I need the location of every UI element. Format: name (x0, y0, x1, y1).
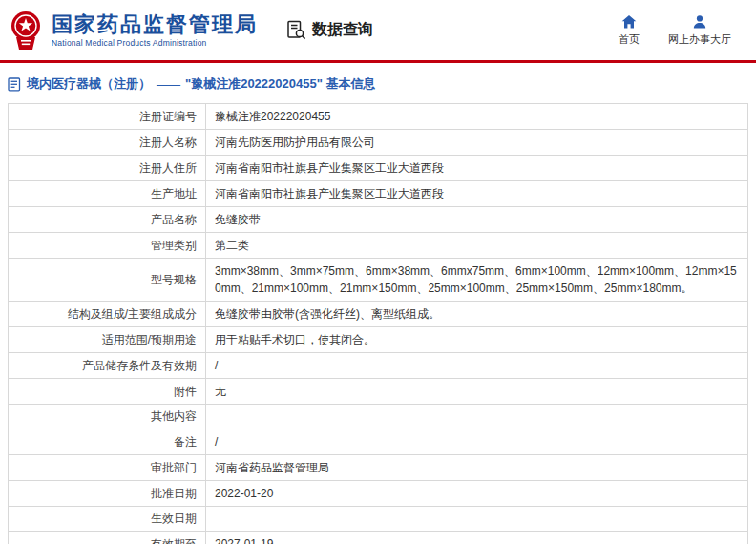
row-value (206, 507, 748, 532)
table-row: 附件无 (9, 379, 748, 405)
row-value: 2027-01-19 (206, 532, 748, 544)
table-row: 产品名称免缝胶带 (9, 207, 748, 233)
table-row: 其他内容 (9, 405, 748, 429)
row-label: 批准日期 (9, 481, 206, 507)
row-label: 型号规格 (9, 259, 206, 302)
table-row: 管理类别第二类 (9, 233, 748, 259)
nmpa-logo[interactable]: 国家药品监督管理局 National Medical Products Admi… (8, 10, 258, 51)
data-query-section[interactable]: 数据查询 (286, 20, 373, 40)
nav-item-label: 网上办事大厅 (668, 32, 731, 47)
breadcrumb-separator: —— (157, 77, 179, 92)
row-value: / (206, 429, 748, 455)
table-row: 批准日期2022-01-20 (9, 481, 748, 507)
row-label: 注册人名称 (9, 130, 206, 156)
row-label: 生产地址 (9, 181, 206, 207)
row-value: 河南先防医用防护用品有限公司 (206, 130, 748, 156)
table-row: 型号规格3mm×38mm、3mm×75mm、6mm×38mm、6mmx75mm、… (9, 259, 748, 302)
row-value: 河南省南阳市社旗县产业集聚区工业大道西段 (206, 181, 748, 207)
row-label: 注册人住所 (9, 156, 206, 181)
data-query-label: 数据查询 (312, 20, 373, 40)
table-row: 产品储存条件及有效期/ (9, 353, 748, 379)
agency-name-cn: 国家药品监督管理局 (52, 12, 258, 36)
breadcrumb-section: 境内医疗器械（注册） (27, 75, 151, 93)
row-label: 产品储存条件及有效期 (9, 353, 206, 379)
row-label: 附件 (9, 379, 206, 405)
row-value: 豫械注准20222020455 (206, 104, 748, 130)
row-value: 无 (206, 379, 748, 405)
breadcrumb: 境内医疗器械（注册） —— "豫械注准20222020455" 基本信息 (0, 63, 756, 103)
row-label: 适用范围/预期用途 (9, 327, 206, 353)
nav-item-label: 首页 (619, 32, 640, 47)
table-row: 生产地址河南省南阳市社旗县产业集聚区工业大道西段 (9, 181, 748, 207)
table-row: 结构及组成/主要组成成分免缝胶带由胶带(含强化纤丝)、离型纸组成。 (9, 302, 748, 327)
row-value: 河南省药品监督管理局 (206, 455, 748, 481)
nav-item-service-hall[interactable]: 网上办事大厅 (668, 14, 731, 47)
page-header: 国家药品监督管理局 National Medical Products Admi… (0, 0, 756, 60)
row-label: 结构及组成/主要组成成分 (9, 302, 206, 327)
national-emblem-icon (8, 10, 44, 51)
row-label: 管理类别 (9, 233, 206, 259)
top-nav: 首页 网上办事大厅 (619, 14, 741, 47)
person-icon (692, 14, 707, 30)
row-label: 注册证编号 (9, 104, 206, 130)
nav-item-home[interactable]: 首页 (619, 14, 640, 47)
table-row: 审批部门河南省药品监督管理局 (9, 455, 748, 481)
agency-name-en: National Medical Products Administration (52, 38, 258, 48)
row-value: 河南省南阳市社旗县产业集聚区工业大道西段 (206, 156, 748, 181)
page-title: "豫械注准20222020455" 基本信息 (185, 75, 375, 93)
row-label: 审批部门 (9, 455, 206, 481)
row-value (206, 405, 748, 429)
row-value: 2022-01-20 (206, 481, 748, 507)
table-row: 注册人名称河南先防医用防护用品有限公司 (9, 130, 748, 156)
row-value: 用于粘贴手术切口，使其闭合。 (206, 327, 748, 353)
table-row: 生效日期 (9, 507, 748, 532)
row-value: 免缝胶带由胶带(含强化纤丝)、离型纸组成。 (206, 302, 748, 327)
table-row: 有效期至2027-01-19 (9, 532, 748, 544)
table-row: 注册证编号豫械注准20222020455 (9, 104, 748, 130)
document-icon (8, 77, 21, 92)
row-label: 产品名称 (9, 207, 206, 233)
row-label: 生效日期 (9, 507, 206, 532)
row-label: 其他内容 (9, 405, 206, 429)
agency-titles: 国家药品监督管理局 National Medical Products Admi… (52, 12, 258, 48)
row-value: / (206, 353, 748, 379)
row-value: 3mm×38mm、3mm×75mm、6mm×38mm、6mmx75mm、6mm×… (206, 259, 748, 302)
row-label: 有效期至 (9, 532, 206, 544)
document-search-icon (286, 20, 306, 40)
row-value: 第二类 (206, 233, 748, 259)
row-label: 备注 (9, 429, 206, 455)
table-row: 注册人住所河南省南阳市社旗县产业集聚区工业大道西段 (9, 156, 748, 181)
home-icon (621, 14, 637, 30)
table-row: 备注/ (9, 429, 748, 455)
registration-info-table: 注册证编号豫械注准20222020455注册人名称河南先防医用防护用品有限公司注… (8, 103, 748, 544)
row-value: 免缝胶带 (206, 207, 748, 233)
table-row: 适用范围/预期用途用于粘贴手术切口，使其闭合。 (9, 327, 748, 353)
